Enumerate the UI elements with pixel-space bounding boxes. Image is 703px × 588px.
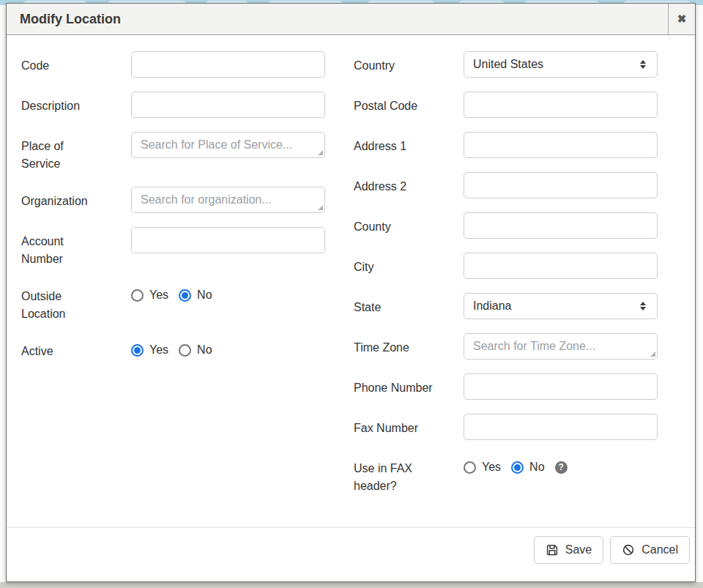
form-row-outside-location: Outside LocationYesNo	[21, 282, 351, 323]
form-row-account-number: Account Number	[21, 227, 351, 268]
field-control-time-zone	[464, 333, 658, 360]
active-radio-no[interactable]: No	[179, 343, 212, 357]
field-control-city	[464, 253, 658, 279]
cancel-icon	[622, 543, 635, 557]
close-button[interactable]: ✖	[668, 4, 695, 34]
form-row-fax-number: Fax Number	[354, 414, 680, 440]
use-in-fax-header-radio-yes[interactable]: Yes	[464, 461, 501, 474]
form-row-phone-number: Phone Number	[354, 373, 680, 400]
dialog-title: Modify Location	[7, 4, 668, 34]
active-radio-yes[interactable]: Yes	[131, 343, 168, 357]
field-control-description	[131, 92, 325, 118]
dialog-footer: Save Cancel	[7, 527, 695, 581]
form-row-city: City	[354, 253, 680, 279]
radio-label-no: No	[197, 289, 212, 302]
form-column-right: CountryUnited StatesPostal CodeAddress 1…	[351, 51, 680, 527]
close-icon: ✖	[677, 12, 687, 26]
field-control-place-of-service	[131, 132, 325, 158]
field-label-county: County	[354, 212, 436, 236]
address-1-input[interactable]	[464, 132, 658, 158]
field-control-outside-location: YesNo	[131, 282, 325, 308]
form-row-active: ActiveYesNo	[21, 337, 351, 363]
account-number-input[interactable]	[131, 227, 325, 253]
background-page-bottom	[0, 582, 703, 588]
field-control-code	[131, 51, 325, 78]
form-row-place-of-service: Place of Service	[21, 132, 351, 173]
phone-number-input[interactable]	[464, 373, 658, 400]
form-row-address-1: Address 1	[354, 132, 680, 158]
radio-label-yes: Yes	[149, 289, 168, 302]
triangle-up-icon	[640, 60, 646, 64]
country-select-value: United States	[473, 58, 543, 71]
radio-selected-icon[interactable]	[131, 344, 144, 357]
save-icon	[546, 543, 559, 557]
address-2-input[interactable]	[464, 172, 658, 198]
radio-unselected-icon[interactable]	[464, 461, 476, 474]
field-control-organization	[131, 187, 325, 213]
form-row-time-zone: Time Zone	[354, 333, 680, 360]
field-label-city: City	[354, 253, 436, 276]
form-row-country: CountryUnited States	[354, 51, 680, 78]
field-label-time-zone: Time Zone	[354, 333, 436, 357]
cancel-button[interactable]: Cancel	[610, 536, 690, 564]
triangle-down-icon	[640, 65, 646, 69]
field-control-fax-number	[464, 414, 658, 440]
field-label-organization: Organization	[21, 187, 103, 210]
field-label-code: Code	[21, 51, 103, 75]
place-of-service-resize-grip-icon	[318, 150, 323, 155]
field-control-postal-code	[464, 92, 658, 118]
organization-search-input[interactable]	[131, 187, 325, 213]
field-control-phone-number	[464, 373, 658, 400]
form-column-left: CodeDescriptionPlace of ServiceOrganizat…	[21, 51, 351, 527]
save-button-label: Save	[565, 543, 592, 557]
radio-label-no: No	[529, 461, 544, 474]
field-label-use-in-fax-header: Use in FAX header?	[354, 454, 436, 495]
field-label-country: Country	[354, 51, 436, 75]
place-of-service-search-input[interactable]	[131, 132, 325, 158]
form-row-address-2: Address 2	[354, 172, 680, 198]
field-control-state: Indiana	[464, 293, 658, 319]
form-row-description: Description	[21, 92, 351, 118]
field-control-account-number	[131, 227, 325, 253]
modify-location-dialog: Modify Location ✖ CodeDescriptionPlace o…	[6, 3, 696, 582]
form-row-postal-code: Postal Code	[354, 92, 680, 118]
description-input[interactable]	[131, 92, 325, 118]
field-label-place-of-service: Place of Service	[21, 132, 103, 173]
help-icon[interactable]: ?	[555, 461, 568, 474]
field-control-use-in-fax-header: YesNo?	[464, 454, 658, 480]
field-control-address-1	[464, 132, 658, 158]
state-updown-icon	[640, 302, 646, 310]
postal-code-input[interactable]	[464, 92, 658, 118]
field-label-postal-code: Postal Code	[354, 92, 436, 115]
save-button[interactable]: Save	[534, 536, 603, 564]
state-select-value: Indiana	[473, 299, 512, 313]
radio-label-no: No	[197, 343, 212, 357]
field-label-fax-number: Fax Number	[354, 414, 436, 437]
time-zone-search-input[interactable]	[464, 333, 658, 360]
form-row-county: County	[354, 212, 680, 239]
outside-location-radio-yes[interactable]: Yes	[131, 289, 168, 302]
city-input[interactable]	[464, 253, 658, 279]
radio-selected-icon[interactable]	[511, 461, 524, 474]
field-label-active: Active	[21, 337, 103, 360]
code-input[interactable]	[131, 51, 325, 78]
county-input[interactable]	[464, 212, 658, 239]
triangle-up-icon	[640, 302, 646, 305]
radio-selected-icon[interactable]	[179, 289, 191, 302]
form-row-organization: Organization	[21, 187, 351, 213]
field-label-account-number: Account Number	[21, 227, 103, 268]
fax-number-input[interactable]	[464, 414, 658, 440]
radio-label-yes: Yes	[482, 461, 501, 474]
use-in-fax-header-radio-no[interactable]: No	[511, 461, 544, 474]
cancel-button-label: Cancel	[641, 543, 678, 557]
country-select[interactable]: United States	[464, 51, 658, 78]
time-zone-resize-grip-icon	[650, 351, 655, 357]
state-select[interactable]: Indiana	[464, 293, 658, 319]
form-row-code: Code	[21, 51, 351, 78]
field-label-phone-number: Phone Number	[354, 373, 436, 397]
form-row-state: StateIndiana	[354, 293, 680, 319]
radio-unselected-icon[interactable]	[131, 289, 144, 302]
outside-location-radio-no[interactable]: No	[179, 289, 212, 302]
radio-unselected-icon[interactable]	[179, 344, 191, 357]
triangle-down-icon	[640, 307, 646, 310]
